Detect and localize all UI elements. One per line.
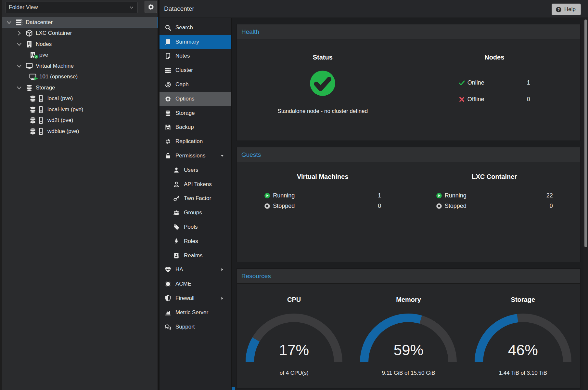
menu-item-label: Cluster xyxy=(175,67,193,74)
menu-item-replication[interactable]: Replication xyxy=(160,134,231,149)
help-button[interactable]: Help xyxy=(552,4,581,15)
unlock-icon xyxy=(165,153,171,159)
gauge-subtitle: 1.44 TiB of 3.10 TiB xyxy=(499,370,547,376)
menu-item-cluster[interactable]: Cluster xyxy=(160,63,231,77)
menu-item-support[interactable]: Support xyxy=(160,320,231,334)
tree-item-local-lvm-pve[interactable]: local-lvm (pve) xyxy=(2,104,158,115)
config-menu: SearchSummaryNotesClusterCephOptionsStor… xyxy=(160,18,231,390)
database-icon xyxy=(29,128,36,135)
top-bar: Datacenter Help xyxy=(160,0,588,18)
stop-circle-icon xyxy=(436,203,442,209)
gear-icon xyxy=(165,96,171,102)
gauge-title: Memory xyxy=(396,296,421,303)
cross-icon xyxy=(459,96,465,102)
caret-right-icon xyxy=(220,296,224,301)
help-button-label: Help xyxy=(564,6,576,13)
monitor-icon xyxy=(26,62,33,70)
book-icon xyxy=(165,39,171,45)
tree-item-storage[interactable]: Storage xyxy=(2,82,158,93)
status-row-stopped: Stopped0 xyxy=(436,202,553,209)
menu-item-roles[interactable]: Roles xyxy=(160,234,231,249)
database-icon xyxy=(29,106,36,113)
addressbook-icon xyxy=(173,252,180,259)
tree-item-icon xyxy=(26,30,33,37)
gauge-storage: Storage46%1.44 TiB of 3.10 TiB xyxy=(466,284,580,376)
user-icon xyxy=(173,167,180,173)
menu-item-backup[interactable]: Backup xyxy=(160,120,231,135)
menu-item-users[interactable]: Users xyxy=(160,163,231,177)
menu-item-summary[interactable]: Summary xyxy=(160,35,231,49)
menu-item-metric-server[interactable]: Metric Server xyxy=(160,305,231,320)
tree-item-nodes[interactable]: Nodes xyxy=(2,39,158,50)
gauge-arc: 17% xyxy=(245,313,343,365)
gauge-memory: Memory59%9.11 GiB of 15.50 GiB xyxy=(351,284,466,376)
tree-item-icon xyxy=(29,117,45,124)
tree-item-icon xyxy=(29,128,45,135)
menu-item-acme[interactable]: ACME xyxy=(160,277,231,291)
status-row-value: 0 xyxy=(378,203,381,209)
menu-item-label: Groups xyxy=(184,209,202,216)
guest-status-rows: Running1Stopped0 xyxy=(264,192,381,209)
menu-item-firewall[interactable]: Firewall xyxy=(160,291,231,305)
menu-item-label: Users xyxy=(184,167,198,173)
tree-item-icon xyxy=(26,62,33,70)
tree-item-lxc-container[interactable]: LXC Container xyxy=(2,28,158,39)
content-scrollbar[interactable] xyxy=(583,18,588,390)
menu-item-search[interactable]: Search xyxy=(160,20,231,35)
menu-item-label: Permissions xyxy=(175,153,206,159)
tree-item-wd2t-pve[interactable]: wd2t (pve) xyxy=(2,115,158,126)
tree-settings-button[interactable] xyxy=(145,1,157,13)
chart-icon xyxy=(165,309,171,316)
tree-item-datacenter[interactable]: Datacenter xyxy=(2,17,158,28)
menu-item-label: Firewall xyxy=(175,295,195,302)
tree-item-label: wd2t (pve) xyxy=(47,117,73,124)
status-row-stopped: Stopped0 xyxy=(264,202,381,209)
menu-item-notes[interactable]: Notes xyxy=(160,49,231,63)
resource-tree: DatacenterLXC ContainerNodespveVirtual M… xyxy=(2,17,158,390)
heartbeat-icon xyxy=(165,266,171,273)
tree-item-101-opnsense[interactable]: 101 (opnsense) xyxy=(2,72,158,83)
tree-item-icon xyxy=(29,95,45,102)
scrollbar-thumb[interactable] xyxy=(584,20,587,247)
menu-item-groups[interactable]: Groups xyxy=(160,206,231,220)
status-row-online: Online1 xyxy=(459,79,530,86)
menu-item-ceph[interactable]: Ceph xyxy=(160,77,231,92)
chevron-down-icon xyxy=(16,41,23,48)
tree-item-virtual-machine[interactable]: Virtual Machine xyxy=(2,61,158,72)
content-area: Health Status Standalone node - no clust… xyxy=(232,18,588,390)
tree-item-local-pve[interactable]: local (pve) xyxy=(2,93,158,104)
tree-item-icon xyxy=(16,19,23,26)
tree-item-label: local-lvm (pve) xyxy=(47,106,83,113)
guests-column-virtual-machines: Virtual MachinesRunning1Stopped0 xyxy=(237,162,409,209)
node-status-rows: Online1Offline0 xyxy=(459,79,530,103)
tree-item-icon xyxy=(26,84,33,91)
person-icon xyxy=(173,238,180,245)
drive-icon xyxy=(37,95,45,102)
view-mode-select[interactable]: Folder View xyxy=(5,2,138,13)
search-icon xyxy=(165,24,171,31)
menu-item-realms[interactable]: Realms xyxy=(160,249,231,263)
play-circle-icon xyxy=(264,193,270,199)
database-icon xyxy=(165,110,171,116)
cluster-icon xyxy=(165,67,171,74)
group-icon xyxy=(173,209,180,216)
status-row-label: Running xyxy=(445,192,467,199)
health-panel: Health Status Standalone node - no clust… xyxy=(236,24,581,141)
sync-icon xyxy=(165,138,171,145)
guests-panel-title: Guests xyxy=(237,147,580,162)
menu-item-two-factor[interactable]: Two Factor xyxy=(160,192,231,206)
menu-item-api-tokens[interactable]: API Tokens xyxy=(160,177,231,192)
tree-item-pve[interactable]: pve xyxy=(2,50,158,61)
menu-item-storage[interactable]: Storage xyxy=(160,106,231,120)
menu-item-permissions[interactable]: Permissions xyxy=(160,149,231,163)
menu-item-ha[interactable]: HA xyxy=(160,263,231,277)
tree-item-icon xyxy=(29,73,36,80)
menu-item-label: Realms xyxy=(184,252,203,259)
tree-item-wdblue-pve[interactable]: wdblue (pve) xyxy=(2,126,158,137)
menu-item-pools[interactable]: Pools xyxy=(160,220,231,234)
menu-item-options[interactable]: Options xyxy=(160,92,231,106)
shield-icon xyxy=(165,295,171,302)
page-title: Datacenter xyxy=(164,0,194,18)
play-circle-icon xyxy=(436,193,442,199)
building-icon xyxy=(26,41,33,48)
